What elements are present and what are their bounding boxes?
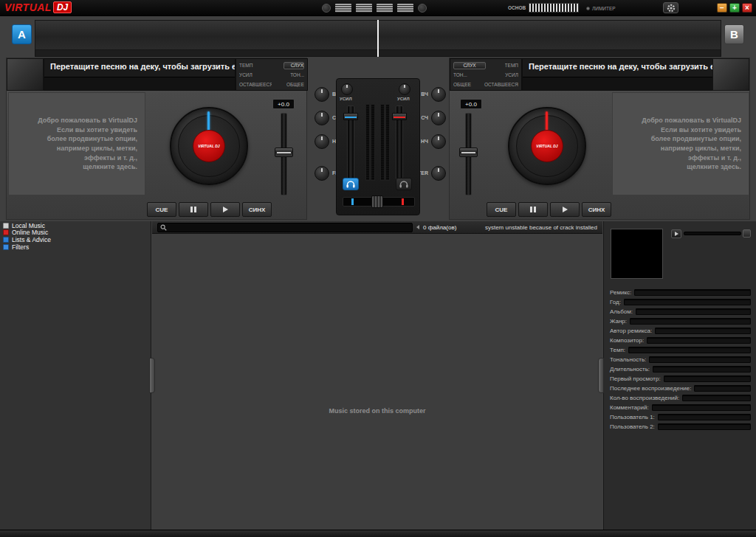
layout-controls xyxy=(322,4,427,13)
deck-a-key-button[interactable]: СЛУХ xyxy=(284,62,304,69)
deck-b-gain-knob-label: УСИЛ xyxy=(397,97,410,101)
tag-input-year[interactable] xyxy=(624,299,751,305)
sidebar-item-label: Online Music xyxy=(12,229,48,236)
deck-a-jog-logo-text: VIRTUAL DJ xyxy=(198,144,219,148)
tag-input-first-seen[interactable] xyxy=(664,375,751,382)
deck-a-drop-hint: Перетащите песню на деку, чтобы загрузит… xyxy=(44,59,235,71)
deck-a-gain-knob[interactable] xyxy=(341,83,353,95)
deck-b-key-button[interactable]: СЛУХ xyxy=(453,62,486,69)
deck-a-pitch-fader-handle[interactable] xyxy=(275,148,293,157)
deck-b-welcome-panel[interactable]: Добро пожаловать в VirtualDJ Если вы хот… xyxy=(612,92,749,195)
limiter-led-icon xyxy=(586,7,590,10)
deck-b-volume-fader-handle[interactable] xyxy=(392,113,407,120)
tagpanel-collapse-handle[interactable] xyxy=(598,358,604,393)
deck-b-letter-button[interactable]: B xyxy=(724,24,744,44)
deck-b-cue-button[interactable]: CUE xyxy=(487,202,516,217)
tag-label: Первый просмотр: xyxy=(610,375,661,382)
deck-b-track-drop-zone[interactable]: Перетащите песню на деку, чтобы загрузит… xyxy=(522,58,714,91)
close-button[interactable]: × xyxy=(742,3,752,13)
deck-a-headphone-cue-button[interactable] xyxy=(343,178,359,190)
deck-a-low-eq-knob[interactable] xyxy=(315,134,329,149)
deck-a-cue-button[interactable]: CUE xyxy=(147,202,176,217)
tag-input-composer[interactable] xyxy=(647,337,751,344)
deck-b-pitch-fader-handle[interactable] xyxy=(459,148,478,157)
deck-a-key-label: ТОН... xyxy=(290,72,304,77)
sidebar-item-filters[interactable]: Filters xyxy=(0,243,151,251)
deck-b-stutter-button[interactable] xyxy=(518,202,548,217)
deck-b-jog-logo-text: VIRTUAL DJ xyxy=(536,144,557,148)
settings-button[interactable] xyxy=(663,2,678,13)
tag-input-genre[interactable] xyxy=(630,318,751,325)
deck-b-play-button[interactable] xyxy=(550,202,580,217)
tag-row-user2: Пользователь 2: xyxy=(610,422,751,432)
deck-b-total-label: ОБЩЕЕ xyxy=(453,82,486,87)
layout-preset-1-button[interactable] xyxy=(335,4,351,13)
tag-input-duration[interactable] xyxy=(653,366,751,373)
tag-input-remixer[interactable] xyxy=(655,328,751,334)
search-box[interactable] xyxy=(157,223,413,232)
waveform-row: A B xyxy=(0,18,756,58)
crossfader-handle[interactable] xyxy=(371,195,383,208)
deck-b-headphone-cue-button[interactable] xyxy=(396,178,412,190)
layout-circle-left-button[interactable] xyxy=(322,4,331,13)
layout-preset-3-button[interactable] xyxy=(377,4,393,13)
tag-input-last-play[interactable] xyxy=(694,385,751,392)
collapse-arrow-icon[interactable] xyxy=(416,225,419,229)
sidebar-collapse-handle[interactable] xyxy=(149,358,155,393)
tag-input-play-count[interactable] xyxy=(682,395,751,401)
tag-row-play-count: Кол-во воспроизведений: xyxy=(610,393,751,403)
sidebar-item-lists-advice[interactable]: Lists & Advice xyxy=(0,236,151,243)
tag-label: Альбом: xyxy=(610,308,633,315)
tag-input-album[interactable] xyxy=(636,308,751,315)
tag-editor-panel: Ремикс: Год: Альбом: Жанр: Автор ремикса… xyxy=(603,221,756,530)
deck-a-track-drop-zone[interactable]: Перетащите песню на деку, чтобы загрузит… xyxy=(44,58,236,91)
deck-b-high-eq-knob[interactable] xyxy=(431,87,446,102)
headphones-icon xyxy=(399,181,408,188)
deck-a-volume-fader-handle[interactable] xyxy=(343,113,358,120)
search-input[interactable] xyxy=(169,224,410,232)
deck-b-pitch-readout: +0.0 xyxy=(460,99,482,109)
layout-preset-4-button[interactable] xyxy=(397,4,413,13)
tag-input-comment[interactable] xyxy=(652,404,751,411)
tag-input-key[interactable] xyxy=(649,356,751,363)
crack-warning-text: system unstable because of crack install… xyxy=(485,224,597,231)
deck-b-sync-button[interactable]: СИНХ xyxy=(582,202,611,217)
deck-b-gain-knob[interactable] xyxy=(399,83,410,95)
deck-a-mid-eq-knob[interactable] xyxy=(315,111,329,125)
crossfader-deck-b-mark xyxy=(402,198,404,205)
sidebar-item-online-music[interactable]: Online Music xyxy=(0,229,151,236)
tag-row-bpm: Темп: xyxy=(610,345,751,355)
tag-label: Автор ремикса: xyxy=(610,328,652,334)
tag-input-remix[interactable] xyxy=(634,289,751,296)
preview-play-button[interactable] xyxy=(671,229,681,238)
album-art[interactable] xyxy=(611,229,663,279)
tag-input-bpm[interactable] xyxy=(628,347,751,353)
layout-preset-2-button[interactable] xyxy=(356,4,372,13)
minimize-button[interactable]: − xyxy=(717,3,727,13)
deck-b-low-eq-knob[interactable] xyxy=(431,134,446,149)
deck-b-filter-knob[interactable] xyxy=(431,166,446,181)
deck-a-welcome-panel[interactable]: Добро пожаловать в VirtualDJ Если вы хот… xyxy=(8,92,145,195)
deck-a-play-button[interactable] xyxy=(210,202,240,217)
deck-a-high-eq-knob[interactable] xyxy=(315,87,329,102)
deck-b-gain-label: УСИЛ xyxy=(505,72,518,77)
deck-b-jog-wheel[interactable]: VIRTUAL DJ xyxy=(508,107,586,185)
maximize-button[interactable]: + xyxy=(729,3,740,13)
tag-input-user1[interactable] xyxy=(658,414,751,420)
deck-b-mid-eq-knob[interactable] xyxy=(431,111,446,125)
deck-a-letter-button[interactable]: A xyxy=(12,24,32,44)
deck-a-filter-knob[interactable] xyxy=(315,166,329,181)
preview-volume-handle[interactable] xyxy=(743,229,751,238)
play-icon xyxy=(675,232,678,236)
tag-input-user2[interactable] xyxy=(658,423,751,430)
deck-a-stutter-button[interactable] xyxy=(179,202,208,217)
layout-circle-right-button[interactable] xyxy=(418,4,427,13)
search-icon xyxy=(160,224,167,231)
sidebar-item-local-music[interactable]: Local Music xyxy=(0,221,151,229)
deck-a-jog-wheel[interactable]: VIRTUAL DJ xyxy=(170,107,248,185)
deck-a-sync-button[interactable]: СИНХ xyxy=(242,202,272,217)
tag-label: Год: xyxy=(610,299,621,305)
tag-row-last-play: Последнее воспроизведение: xyxy=(610,384,751,393)
preview-seek-slider[interactable] xyxy=(684,232,741,235)
deck-a: Перетащите песню на деку, чтобы загрузит… xyxy=(6,58,307,220)
